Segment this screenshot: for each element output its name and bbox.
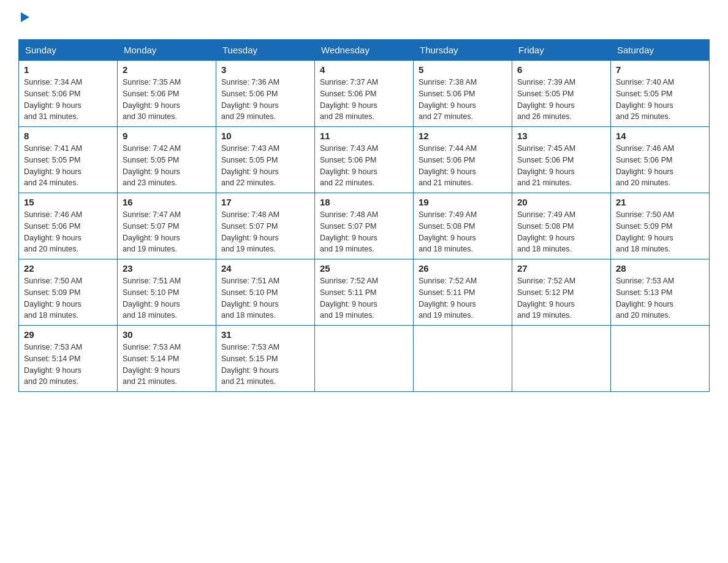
- calendar-cell: 20 Sunrise: 7:49 AM Sunset: 5:08 PM Dayl…: [512, 193, 611, 259]
- calendar-week-row: 1 Sunrise: 7:34 AM Sunset: 5:06 PM Dayli…: [19, 61, 710, 127]
- calendar-cell: 25 Sunrise: 7:52 AM Sunset: 5:11 PM Dayl…: [315, 259, 414, 326]
- calendar-cell: 24 Sunrise: 7:51 AM Sunset: 5:10 PM Dayl…: [216, 259, 315, 326]
- day-number: 18: [320, 197, 408, 207]
- day-info: Sunrise: 7:52 AM Sunset: 5:12 PM Dayligh…: [517, 275, 605, 321]
- header-saturday: Saturday: [611, 40, 710, 61]
- day-number: 26: [419, 263, 507, 274]
- day-number: 10: [221, 131, 309, 141]
- day-info: Sunrise: 7:53 AM Sunset: 5:13 PM Dayligh…: [616, 275, 704, 321]
- day-number: 24: [221, 263, 309, 274]
- calendar-cell: 26 Sunrise: 7:52 AM Sunset: 5:11 PM Dayl…: [414, 259, 512, 326]
- day-number: 17: [221, 197, 309, 207]
- calendar-week-row: 29 Sunrise: 7:53 AM Sunset: 5:14 PM Dayl…: [19, 326, 710, 392]
- header-friday: Friday: [512, 40, 611, 61]
- day-info: Sunrise: 7:39 AM Sunset: 5:05 PM Dayligh…: [517, 77, 605, 123]
- day-info: Sunrise: 7:51 AM Sunset: 5:10 PM Dayligh…: [123, 275, 211, 321]
- day-info: Sunrise: 7:48 AM Sunset: 5:07 PM Dayligh…: [320, 209, 408, 255]
- day-info: Sunrise: 7:35 AM Sunset: 5:06 PM Dayligh…: [123, 77, 211, 123]
- day-info: Sunrise: 7:49 AM Sunset: 5:08 PM Dayligh…: [517, 209, 605, 255]
- day-info: Sunrise: 7:43 AM Sunset: 5:06 PM Dayligh…: [320, 143, 408, 189]
- day-info: Sunrise: 7:52 AM Sunset: 5:11 PM Dayligh…: [419, 275, 507, 321]
- day-number: 19: [419, 197, 507, 207]
- calendar-cell: 29 Sunrise: 7:53 AM Sunset: 5:14 PM Dayl…: [19, 326, 118, 392]
- calendar-week-row: 22 Sunrise: 7:50 AM Sunset: 5:09 PM Dayl…: [19, 259, 710, 326]
- calendar-cell: 28 Sunrise: 7:53 AM Sunset: 5:13 PM Dayl…: [611, 259, 710, 326]
- calendar-cell: [315, 326, 414, 392]
- calendar-cell: 23 Sunrise: 7:51 AM Sunset: 5:10 PM Dayl…: [118, 259, 216, 326]
- calendar-cell: 7 Sunrise: 7:40 AM Sunset: 5:05 PM Dayli…: [611, 61, 710, 127]
- day-info: Sunrise: 7:47 AM Sunset: 5:07 PM Dayligh…: [123, 209, 211, 255]
- calendar-cell: 13 Sunrise: 7:45 AM Sunset: 5:06 PM Dayl…: [512, 127, 611, 193]
- day-number: 14: [616, 131, 704, 141]
- calendar-cell: 6 Sunrise: 7:39 AM Sunset: 5:05 PM Dayli…: [512, 61, 611, 127]
- calendar-cell: 31 Sunrise: 7:53 AM Sunset: 5:15 PM Dayl…: [216, 326, 315, 392]
- day-number: 9: [123, 131, 211, 141]
- calendar-cell: 9 Sunrise: 7:42 AM Sunset: 5:05 PM Dayli…: [118, 127, 216, 193]
- calendar-cell: [414, 326, 512, 392]
- day-number: 8: [24, 131, 112, 141]
- day-info: Sunrise: 7:53 AM Sunset: 5:14 PM Dayligh…: [123, 342, 211, 388]
- day-info: Sunrise: 7:46 AM Sunset: 5:06 PM Dayligh…: [24, 209, 112, 255]
- header-tuesday: Tuesday: [216, 40, 315, 61]
- day-info: Sunrise: 7:53 AM Sunset: 5:14 PM Dayligh…: [24, 342, 112, 388]
- calendar-cell: 30 Sunrise: 7:53 AM Sunset: 5:14 PM Dayl…: [118, 326, 216, 392]
- calendar-cell: 5 Sunrise: 7:38 AM Sunset: 5:06 PM Dayli…: [414, 61, 512, 127]
- day-number: 30: [123, 329, 211, 340]
- header-thursday: Thursday: [414, 40, 512, 61]
- day-number: 6: [517, 64, 605, 75]
- calendar-cell: 19 Sunrise: 7:49 AM Sunset: 5:08 PM Dayl…: [414, 193, 512, 259]
- day-number: 15: [24, 197, 112, 207]
- calendar-cell: 16 Sunrise: 7:47 AM Sunset: 5:07 PM Dayl…: [118, 193, 216, 259]
- calendar-week-row: 8 Sunrise: 7:41 AM Sunset: 5:05 PM Dayli…: [19, 127, 710, 193]
- calendar-table: SundayMondayTuesdayWednesdayThursdayFrid…: [18, 39, 710, 392]
- day-number: 23: [123, 263, 211, 274]
- calendar-cell: 21 Sunrise: 7:50 AM Sunset: 5:09 PM Dayl…: [611, 193, 710, 259]
- day-info: Sunrise: 7:36 AM Sunset: 5:06 PM Dayligh…: [221, 77, 309, 123]
- calendar-cell: [611, 326, 710, 392]
- calendar-header-row: SundayMondayTuesdayWednesdayThursdayFrid…: [19, 40, 710, 61]
- day-number: 7: [616, 64, 704, 75]
- calendar-cell: 17 Sunrise: 7:48 AM Sunset: 5:07 PM Dayl…: [216, 193, 315, 259]
- header-monday: Monday: [118, 40, 216, 61]
- calendar-cell: 27 Sunrise: 7:52 AM Sunset: 5:12 PM Dayl…: [512, 259, 611, 326]
- day-number: 3: [221, 64, 309, 75]
- day-info: Sunrise: 7:53 AM Sunset: 5:15 PM Dayligh…: [221, 342, 309, 388]
- calendar-cell: 10 Sunrise: 7:43 AM Sunset: 5:05 PM Dayl…: [216, 127, 315, 193]
- day-info: Sunrise: 7:43 AM Sunset: 5:05 PM Dayligh…: [221, 143, 309, 189]
- calendar-cell: 22 Sunrise: 7:50 AM Sunset: 5:09 PM Dayl…: [19, 259, 118, 326]
- day-info: Sunrise: 7:37 AM Sunset: 5:06 PM Dayligh…: [320, 77, 408, 123]
- svg-marker-0: [21, 12, 29, 22]
- day-info: Sunrise: 7:49 AM Sunset: 5:08 PM Dayligh…: [419, 209, 507, 255]
- calendar-cell: 1 Sunrise: 7:34 AM Sunset: 5:06 PM Dayli…: [19, 61, 118, 127]
- day-number: 1: [24, 64, 112, 75]
- logo-flag-icon: [20, 12, 31, 26]
- day-info: Sunrise: 7:50 AM Sunset: 5:09 PM Dayligh…: [24, 275, 112, 321]
- calendar-cell: 14 Sunrise: 7:46 AM Sunset: 5:06 PM Dayl…: [611, 127, 710, 193]
- day-number: 31: [221, 329, 309, 340]
- logo: [18, 12, 31, 28]
- day-info: Sunrise: 7:34 AM Sunset: 5:06 PM Dayligh…: [24, 77, 112, 123]
- day-info: Sunrise: 7:48 AM Sunset: 5:07 PM Dayligh…: [221, 209, 309, 255]
- day-info: Sunrise: 7:41 AM Sunset: 5:05 PM Dayligh…: [24, 143, 112, 189]
- day-number: 22: [24, 263, 112, 274]
- calendar-cell: [512, 326, 611, 392]
- day-info: Sunrise: 7:52 AM Sunset: 5:11 PM Dayligh…: [320, 275, 408, 321]
- day-number: 25: [320, 263, 408, 274]
- day-number: 12: [419, 131, 507, 141]
- day-number: 29: [24, 329, 112, 340]
- calendar-cell: 18 Sunrise: 7:48 AM Sunset: 5:07 PM Dayl…: [315, 193, 414, 259]
- day-number: 28: [616, 263, 704, 274]
- day-info: Sunrise: 7:51 AM Sunset: 5:10 PM Dayligh…: [221, 275, 309, 321]
- day-number: 5: [419, 64, 507, 75]
- calendar-cell: 2 Sunrise: 7:35 AM Sunset: 5:06 PM Dayli…: [118, 61, 216, 127]
- day-number: 27: [517, 263, 605, 274]
- day-info: Sunrise: 7:44 AM Sunset: 5:06 PM Dayligh…: [419, 143, 507, 189]
- day-number: 11: [320, 131, 408, 141]
- day-number: 2: [123, 64, 211, 75]
- day-info: Sunrise: 7:50 AM Sunset: 5:09 PM Dayligh…: [616, 209, 704, 255]
- day-number: 13: [517, 131, 605, 141]
- header-sunday: Sunday: [19, 40, 118, 61]
- calendar-cell: 4 Sunrise: 7:37 AM Sunset: 5:06 PM Dayli…: [315, 61, 414, 127]
- page-header: [18, 12, 710, 28]
- day-number: 16: [123, 197, 211, 207]
